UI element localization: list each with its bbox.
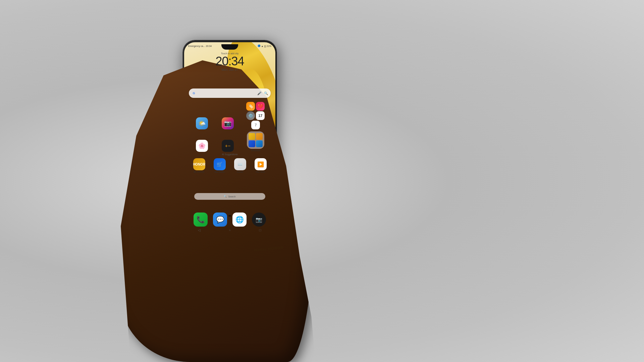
- app-calculator[interactable]: +−: [220, 140, 235, 152]
- app-games[interactable]: ⌨️ Games: [233, 158, 248, 173]
- search-drawer-icon: 🔍: [224, 195, 227, 198]
- games-icon: ⌨️: [234, 158, 246, 170]
- calc-icon: +−: [222, 140, 234, 152]
- photos-icon: 🌸: [196, 140, 208, 152]
- back-button[interactable]: ◁: [196, 227, 203, 233]
- essentials-label: Essentials: [251, 149, 260, 152]
- mic-icon[interactable]: 🎤: [257, 92, 261, 95]
- clock-widget[interactable]: Touch to add city 20:34 Mon, Jun 17: [184, 52, 275, 71]
- chrome-icon: 🌐: [235, 216, 244, 224]
- app-photos[interactable]: 🌸: [195, 140, 209, 152]
- google-search-bar[interactable]: G 🎤 🔍: [189, 88, 271, 98]
- status-icons: 🔵 ▲ ||| 21%: [258, 45, 271, 47]
- mini-apps-row: 🏷️ ❤️ ⚙️ 17: [246, 102, 265, 120]
- app-wishlist[interactable]: ❤️: [256, 102, 265, 111]
- app-my-honor[interactable]: HONOR My HONOR: [192, 158, 207, 173]
- folder-grid: [247, 131, 264, 149]
- dock-chrome[interactable]: 🌐: [232, 213, 247, 227]
- clock-date: Mon, Jun 17: [221, 68, 238, 71]
- app-coupons[interactable]: 🏷️: [246, 102, 255, 111]
- folder-app-4: [256, 140, 263, 147]
- camera-icon: 📷: [256, 217, 262, 223]
- folder-app-2: [256, 133, 263, 140]
- drawer-search[interactable]: 🔍 Search: [194, 193, 265, 200]
- status-left-text: Emergency ca... 20:34: [188, 45, 212, 47]
- lens-icon[interactable]: 🔍: [264, 92, 268, 95]
- ai-suggestions-label: AI Suggestions: [189, 153, 271, 156]
- nav-bar: ◁ ○ □: [184, 227, 275, 233]
- dock-phone[interactable]: 📞: [194, 213, 208, 227]
- honor-icon: HONOR: [193, 158, 205, 170]
- honor-label: My HONOR: [194, 171, 205, 173]
- app-weather[interactable]: 🌤️: [195, 117, 209, 129]
- app-market[interactable]: 🛒 App Market: [212, 158, 227, 173]
- instagram-icon: 📷: [222, 117, 234, 129]
- app-notes-mini[interactable]: 7: [251, 121, 260, 129]
- folder-app-1: [249, 133, 255, 140]
- battery-icon: 21%: [267, 45, 271, 47]
- camera-notch: [221, 44, 238, 50]
- folder-app-3: [249, 140, 255, 147]
- phone-icon: 📞: [197, 216, 205, 224]
- top-right-group: 🏷️ ❤️ ⚙️ 17 7: [246, 102, 265, 129]
- app-calendar[interactable]: 17: [256, 111, 265, 120]
- market-icon: 🛒: [214, 158, 226, 170]
- dock-messages[interactable]: 💬: [213, 213, 227, 227]
- messages-icon: 💬: [216, 216, 224, 224]
- weather-icon: 🌤️: [196, 117, 208, 129]
- app-settings[interactable]: ⚙️: [246, 111, 255, 120]
- market-label: App Market: [214, 171, 225, 173]
- home-button[interactable]: ○: [226, 227, 233, 233]
- extra-mini: 7: [251, 121, 260, 129]
- google-g-logo: G: [192, 91, 196, 96]
- wifi-icon: ▲: [261, 45, 264, 47]
- background: [0, 0, 644, 362]
- search-drawer-text: Search: [228, 195, 235, 198]
- clock-time: 20:34: [215, 55, 244, 67]
- app-play-store[interactable]: ▶️ Play Store: [253, 158, 268, 173]
- games-label: Games: [237, 171, 243, 173]
- signal-icon: |||: [264, 45, 266, 47]
- recents-button[interactable]: □: [257, 227, 264, 233]
- bluetooth-icon: 🔵: [258, 45, 261, 47]
- play-label: Play Store: [256, 171, 265, 173]
- play-icon: ▶️: [255, 158, 267, 170]
- search-icons: 🎤 🔍: [257, 92, 268, 95]
- dock-camera[interactable]: 📷: [252, 213, 266, 227]
- app-instagram[interactable]: 📷: [220, 117, 235, 129]
- essentials-folder[interactable]: Essentials: [246, 131, 265, 152]
- dock: 📞 💬 🌐 📷: [184, 213, 275, 227]
